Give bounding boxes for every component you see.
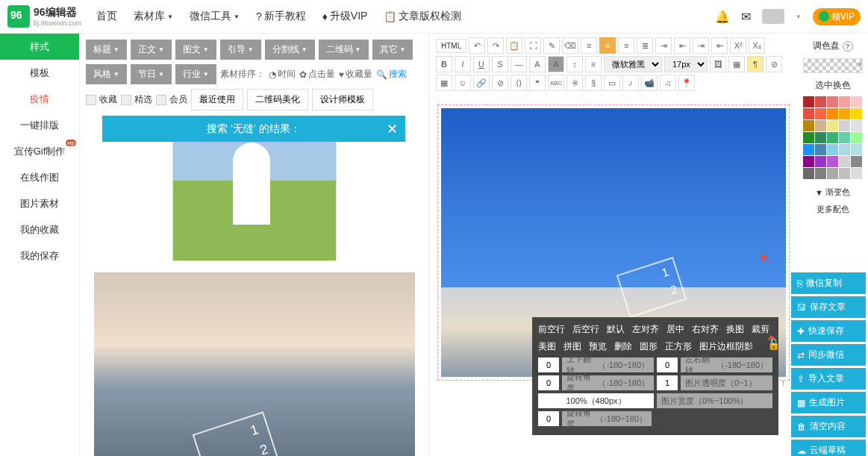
color-swatch[interactable] [851,144,862,155]
ctx-align-right[interactable]: 右对齐 [692,323,719,336]
flip-h-input[interactable] [657,357,678,372]
help-icon[interactable]: ? [843,41,853,51]
ctx-blank-before[interactable]: 前空行 [538,323,565,336]
sidebar-item-epidemic[interactable]: 疫情 [0,86,79,112]
ctx-delete[interactable]: 删除 [614,340,632,353]
color-swatch[interactable] [827,96,838,107]
audio-icon[interactable]: ♪ [622,75,639,91]
filter-imgtext[interactable]: 图文▼ [175,40,216,60]
map-icon[interactable]: 📍 [678,75,695,91]
cb-fav[interactable]: 收藏 [86,93,117,106]
filter-title[interactable]: 标题▼ [86,40,127,60]
sidebar-item-template[interactable]: 模板 [0,60,79,86]
code-icon[interactable]: ⟨⟩ [511,75,527,91]
video-icon[interactable]: 📹 [641,75,658,91]
sort-time[interactable]: ◔时间 [269,68,296,81]
color-swatch[interactable] [815,108,826,119]
action-button[interactable]: ✚快速保存 [791,320,866,342]
color-swatch[interactable] [839,144,850,155]
emoji-icon[interactable]: ☺ [455,75,471,91]
action-button[interactable]: 🗑清空内容 [791,416,866,437]
search-link[interactable]: 🔍搜索 [376,68,407,81]
opacity-input[interactable] [657,375,678,390]
color-swatch[interactable] [851,108,862,119]
color-swatch[interactable] [803,144,814,155]
abc-icon[interactable]: ABC [548,75,564,91]
material-item[interactable] [172,127,337,261]
ctx-blank-after[interactable]: 后空行 [572,323,599,336]
indent2-icon[interactable]: ⇥ [693,37,709,54]
tab-qr[interactable]: 二维码美化 [247,89,308,110]
tab-designer[interactable]: 设计师模板 [312,89,373,110]
color-swatch[interactable] [827,120,838,131]
unlink-icon[interactable]: ⊘ [492,75,508,91]
indent-icon[interactable]: ⇥ [655,37,672,54]
italic-icon[interactable]: I [455,56,471,72]
superscript-icon[interactable]: X² [730,37,746,54]
sidebar-item-saved[interactable]: 我的保存 [0,243,79,269]
undo-icon[interactable]: ↶ [469,37,485,54]
sidebar-item-layout[interactable]: 一键排版 [0,112,79,138]
material-item[interactable]: 1 2 [94,272,415,456]
sidebar-item-images[interactable]: 图片素材 [0,190,79,216]
outdent-icon[interactable]: ⇤ [674,37,690,54]
lineheight-icon[interactable]: ≡ [585,56,602,72]
color-swatch[interactable] [839,156,850,167]
color-swatch[interactable] [827,108,838,119]
sidebar-item-drawing[interactable]: 在线作图 [0,164,79,190]
filter-style[interactable]: 风格▼ [86,64,127,84]
action-button[interactable]: ⎘微信复制 [791,272,866,294]
action-button[interactable]: ⇄同步微信 [791,344,866,366]
color-swatch[interactable] [851,156,862,167]
color-swatch[interactable] [851,168,862,179]
vip-button[interactable]: 领VIP [813,8,861,25]
align-right-icon[interactable]: ≡ [618,37,634,54]
logo[interactable]: 96编辑器 bj.96weixin.com [7,5,81,28]
align-center-icon[interactable]: ≡ [599,37,616,54]
width-value[interactable]: 100%（480px） [538,393,654,408]
filter-guide[interactable]: 引导▼ [220,40,261,60]
color-swatch[interactable] [815,144,826,155]
subscript-icon[interactable]: X₂ [749,37,765,54]
color-swatch[interactable] [803,156,814,167]
underline-icon[interactable]: U [473,56,490,72]
hr-icon[interactable]: — [511,56,527,72]
font-select[interactable]: 微软雅黑 [604,56,662,72]
bg-icon[interactable]: A [548,56,564,72]
ctx-preview[interactable]: 预览 [589,340,607,353]
quote-icon[interactable]: ❝ [529,75,546,91]
color-swatch[interactable] [815,156,826,167]
more-colors-button[interactable]: 更多配色 [801,201,864,218]
ctx-center[interactable]: 居中 [666,323,684,336]
ctx-align-left[interactable]: 左对齐 [632,323,659,336]
filter-industry[interactable]: 行业▼ [175,64,216,84]
filter-divider[interactable]: 分割线▼ [265,40,315,60]
ctx-beautify[interactable]: 美图 [538,340,556,353]
bg2-icon[interactable]: ▦ [728,56,745,72]
color-swatch[interactable] [815,120,826,131]
outdent2-icon[interactable]: ⇤ [711,37,728,54]
action-button[interactable]: 🖫保存文章 [791,296,866,318]
eraser-icon[interactable]: ⌫ [562,37,578,54]
clear-icon[interactable]: ⊘ [766,56,782,72]
filter-other[interactable]: 其它▼ [372,40,413,60]
bold-icon[interactable]: B [436,56,452,72]
sidebar-item-style[interactable]: 样式 [0,34,79,60]
ctx-replace[interactable]: 换图 [726,323,744,336]
color-swatch[interactable] [827,132,838,143]
action-button[interactable]: ▦生成图片 [791,392,866,413]
ctx-crop[interactable]: 裁剪 [752,323,769,336]
action-button[interactable]: ☁云端草稿 [791,440,866,456]
nav-materials[interactable]: 素材库▼ [134,10,173,23]
color-swatch[interactable] [803,96,814,107]
color-swatch[interactable] [803,132,814,143]
color-swatch[interactable] [827,156,838,167]
media-icon[interactable]: ▭ [604,75,620,91]
nav-copyright[interactable]: 📋文章版权检测 [384,10,461,23]
cb-featured[interactable]: 精选 [121,93,152,106]
rotate-input[interactable] [538,375,559,390]
color-swatch[interactable] [803,168,814,179]
lock-icon[interactable]: 🔓 [767,338,780,350]
table-icon[interactable]: ▦ [436,75,452,91]
gradient-button[interactable]: ▼渐变色 [801,184,864,201]
